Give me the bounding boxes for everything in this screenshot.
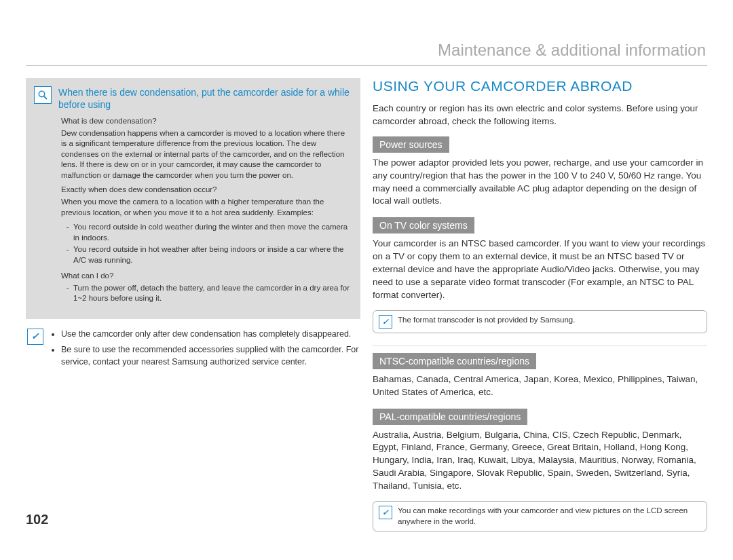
pal-body: Australia, Austria, Belgium, Bulgaria, C… [373, 429, 707, 493]
dew-q3: What can I do? [61, 271, 352, 282]
magnifier-icon [34, 86, 52, 104]
abroad-section-title: USING YOUR CAMCORDER ABROAD [373, 78, 707, 94]
tv-color-note-text: The format transcoder is not provided by… [398, 315, 575, 326]
pal-block: PAL-compatible countries/regions Austral… [373, 409, 707, 531]
pal-tag: PAL-compatible countries/regions [373, 409, 527, 425]
left-column: When there is dew condensation, put the … [26, 78, 360, 536]
dew-footnote: ✓ Use the camcorder only after dew conde… [26, 329, 360, 373]
note-icon: ✓ [379, 506, 392, 519]
ntsc-body: Bahamas, Canada, Central America, Japan,… [373, 373, 707, 399]
note-icon: ✓ [27, 329, 43, 345]
dew-heading: When there is dew condensation, put the … [58, 86, 352, 111]
dew-body: What is dew condensation? Dew condensati… [34, 111, 352, 303]
dew-note-li2: Be sure to use the recommended accessori… [61, 344, 359, 368]
tv-color-note: ✓ The format transcoder is not provided … [373, 310, 707, 333]
svg-line-1 [44, 96, 47, 99]
dew-q2: Exactly when does dew condensation occur… [61, 185, 352, 195]
svg-point-0 [39, 91, 44, 96]
dew-a2-intro: When you move the camera to a location w… [61, 197, 352, 218]
page-header-title: Maintenance & additional information [26, 41, 707, 60]
right-column: USING YOUR CAMCORDER ABROAD Each country… [373, 78, 707, 536]
pal-note-text: You can make recordings with your camcor… [398, 506, 700, 527]
tv-color-tag: On TV color systems [373, 217, 474, 234]
two-column-layout: When there is dew condensation, put the … [26, 78, 707, 536]
dew-a2-li2: You record outside in hot weather after … [73, 244, 352, 265]
note-icon: ✓ [379, 315, 392, 329]
pal-note: ✓ You can make recordings with your camc… [373, 501, 707, 531]
dew-a3-li1: Turn the power off, detach the battery, … [73, 283, 352, 304]
dew-a2-li1: You record outside in cold weather durin… [73, 222, 352, 243]
tv-color-block: On TV color systems Your camcorder is an… [373, 217, 707, 333]
dew-a1: Dew condensation happens when a camcorde… [61, 128, 352, 181]
dew-q1: What is dew condensation? [61, 116, 352, 127]
power-sources-body: The power adaptor provided lets you powe… [373, 157, 707, 208]
right-mid-divider [373, 346, 707, 346]
ntsc-tag: NTSC-compatible countries/regions [373, 353, 536, 369]
header-divider [26, 65, 707, 66]
abroad-intro: Each country or region has its own elect… [373, 102, 707, 128]
dew-note-li1: Use the camcorder only after dew condens… [61, 329, 359, 341]
manual-page: Maintenance & additional information Whe… [0, 0, 733, 560]
ntsc-block: NTSC-compatible countries/regions Bahama… [373, 353, 707, 399]
tv-color-body: Your camcorder is an NTSC based camcorde… [373, 238, 707, 301]
power-sources-block: Power sources The power adaptor provided… [373, 136, 707, 208]
power-sources-tag: Power sources [373, 136, 449, 153]
page-number: 102 [26, 512, 48, 527]
dew-condensation-box: When there is dew condensation, put the … [26, 78, 360, 319]
